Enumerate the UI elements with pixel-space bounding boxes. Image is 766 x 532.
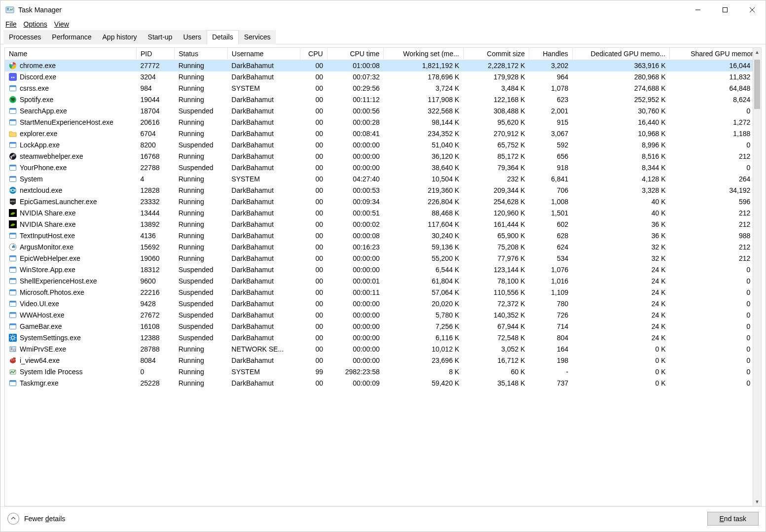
tab-services[interactable]: Services xyxy=(239,30,276,44)
scroll-thumb[interactable] xyxy=(754,60,760,109)
menu-options[interactable]: Options xyxy=(24,20,47,28)
process-row[interactable]: EPICEpicGamesLauncher.exe23332RunningDar… xyxy=(5,196,761,208)
task-manager-window: Task Manager File Options View Processes… xyxy=(0,0,766,532)
col-header-name[interactable]: Name xyxy=(5,48,137,60)
process-row[interactable]: System4RunningSYSTEM0004:27:4010,504 K23… xyxy=(5,174,761,185)
cell-cpu: 00 xyxy=(300,253,327,264)
col-header-username[interactable]: Username xyxy=(227,48,300,60)
cell-cpu: 00 xyxy=(300,344,327,355)
col-header-commit[interactable]: Commit size xyxy=(463,48,529,60)
close-button[interactable] xyxy=(738,0,766,19)
process-row[interactable]: WWAHost.exe27672SuspendedDarkBahamut0000… xyxy=(5,310,761,321)
cell-user: DarkBahamut xyxy=(227,219,300,230)
process-row[interactable]: NVIDIA Share.exe13892RunningDarkBahamut0… xyxy=(5,219,761,230)
process-row[interactable]: nextcloud.exe12828RunningDarkBahamut0000… xyxy=(5,185,761,196)
cell-ws: 7,256 K xyxy=(384,321,463,332)
col-header-pid[interactable]: PID xyxy=(137,48,175,60)
cell-handles: 964 xyxy=(529,71,573,83)
cell-cpu: 00 xyxy=(300,60,327,71)
col-header-workingset[interactable]: Working set (me... xyxy=(384,48,463,60)
minimize-button[interactable] xyxy=(684,0,711,19)
cell-user: DarkBahamut xyxy=(227,332,300,344)
process-icon xyxy=(9,277,17,285)
fewer-details-label: Fewer details xyxy=(24,515,65,523)
process-row[interactable]: GameBar.exe16108SuspendedDarkBahamut0000… xyxy=(5,321,761,332)
process-row[interactable]: csrss.exe984RunningSYSTEM0000:29:563,724… xyxy=(5,83,761,94)
process-row[interactable]: Video.UI.exe9428SuspendedDarkBahamut0000… xyxy=(5,298,761,310)
process-row[interactable]: WmiPrvSE.exe28788RunningNETWORK SE...000… xyxy=(5,344,761,355)
cell-ws: 23,696 K xyxy=(384,355,463,366)
tab-users[interactable]: Users xyxy=(178,30,207,44)
process-icon xyxy=(9,345,17,353)
end-task-button[interactable]: End task xyxy=(707,512,759,526)
cell-user: DarkBahamut xyxy=(227,162,300,174)
cell-dgpu: 0 K xyxy=(572,366,669,378)
svg-rect-53 xyxy=(10,313,16,314)
process-name: Microsoft.Photos.exe xyxy=(20,288,84,296)
process-row[interactable]: System Idle Process0RunningSYSTEM992982:… xyxy=(5,366,761,378)
cell-cputime: 00:00:09 xyxy=(327,378,384,389)
col-header-cputime[interactable]: CPU time xyxy=(327,48,384,60)
svg-point-31 xyxy=(9,187,16,194)
tab-app-history[interactable]: App history xyxy=(97,30,143,44)
menu-view[interactable]: View xyxy=(54,20,69,28)
tab-processes[interactable]: Processes xyxy=(3,30,46,44)
process-row[interactable]: SystemSettings.exe12388SuspendedDarkBaha… xyxy=(5,332,761,344)
process-row[interactable]: SearchApp.exe18704SuspendedDarkBahamut00… xyxy=(5,106,761,117)
process-row[interactable]: Spotify.exe19044RunningDarkBahamut0000:1… xyxy=(5,94,761,106)
cell-pid: 0 xyxy=(137,366,175,378)
process-row[interactable]: NVIDIA Share.exe13444RunningDarkBahamut0… xyxy=(5,208,761,219)
process-row[interactable]: WinStore.App.exe18312SuspendedDarkBahamu… xyxy=(5,264,761,276)
col-header-status[interactable]: Status xyxy=(175,48,228,60)
process-row[interactable]: LockApp.exe8200SuspendedDarkBahamut0000:… xyxy=(5,140,761,151)
cell-dgpu: 252,952 K xyxy=(572,94,669,106)
process-name: ShellExperienceHost.exe xyxy=(20,277,97,285)
cell-cputime: 00:00:00 xyxy=(327,151,384,162)
cell-cpu: 00 xyxy=(300,298,327,310)
process-icon xyxy=(9,130,17,138)
process-row[interactable]: Discord.exe3204RunningDarkBahamut0000:07… xyxy=(5,71,761,83)
process-row[interactable]: EpicWebHelper.exe19060RunningDarkBahamut… xyxy=(5,253,761,264)
svg-rect-11 xyxy=(9,73,17,81)
cell-sgpu: 0 K xyxy=(670,310,761,321)
vertical-scrollbar[interactable]: ▲ ▼ xyxy=(753,48,761,506)
process-row[interactable]: explorer.exe6704RunningDarkBahamut0000:0… xyxy=(5,128,761,140)
process-row[interactable]: Taskmgr.exe25228RunningDarkBahamut0000:0… xyxy=(5,378,761,389)
col-header-handles[interactable]: Handles xyxy=(529,48,573,60)
col-header-dgpu[interactable]: Dedicated GPU memo... xyxy=(572,48,669,60)
tab-details[interactable]: Details xyxy=(207,30,239,44)
tab-start-up[interactable]: Start-up xyxy=(143,30,178,44)
process-row[interactable]: Microsoft.Photos.exe22216SuspendedDarkBa… xyxy=(5,287,761,298)
col-header-sgpu[interactable]: Shared GPU memory xyxy=(670,48,761,60)
process-row[interactable]: YourPhone.exe22788SuspendedDarkBahamut00… xyxy=(5,162,761,174)
scroll-up-arrow[interactable]: ▲ xyxy=(753,48,761,56)
col-header-cpu[interactable]: CPU xyxy=(300,48,327,60)
cell-handles: 737 xyxy=(529,378,573,389)
cell-commit: 60 K xyxy=(463,366,529,378)
menu-file[interactable]: File xyxy=(5,20,17,28)
cell-cpu: 00 xyxy=(300,71,327,83)
cell-dgpu: 36 K xyxy=(572,219,669,230)
tab-performance[interactable]: Performance xyxy=(46,30,97,44)
cell-commit: 254,628 K xyxy=(463,196,529,208)
cell-status: Running xyxy=(175,242,228,253)
process-row[interactable]: ArgusMonitor.exe15692RunningDarkBahamut0… xyxy=(5,242,761,253)
svg-line-65 xyxy=(10,339,11,340)
cell-handles: 1,501 xyxy=(529,208,573,219)
process-icon xyxy=(9,220,17,228)
process-row[interactable]: StartMenuExperienceHost.exe20616RunningD… xyxy=(5,117,761,128)
cell-handles: 804 xyxy=(529,332,573,344)
svg-rect-20 xyxy=(10,120,16,121)
process-row[interactable]: ShellExperienceHost.exe9600SuspendedDark… xyxy=(5,276,761,287)
process-row[interactable]: TextInputHost.exe4136RunningDarkBahamut0… xyxy=(5,230,761,242)
cell-dgpu: 8,996 K xyxy=(572,140,669,151)
process-row[interactable]: steamwebhelper.exe16768RunningDarkBahamu… xyxy=(5,151,761,162)
cell-cputime: 00:00:08 xyxy=(327,230,384,242)
process-row[interactable]: i_view64.exe8084RunningDarkBahamut0000:0… xyxy=(5,355,761,366)
process-name: EpicWebHelper.exe xyxy=(20,254,80,262)
fewer-details-toggle[interactable]: Fewer details xyxy=(7,513,65,525)
maximize-button[interactable] xyxy=(711,0,738,19)
cell-cpu: 00 xyxy=(300,151,327,162)
process-row[interactable]: chrome.exe27772RunningDarkBahamut0001:00… xyxy=(5,60,761,71)
scroll-down-arrow[interactable]: ▼ xyxy=(753,497,761,506)
